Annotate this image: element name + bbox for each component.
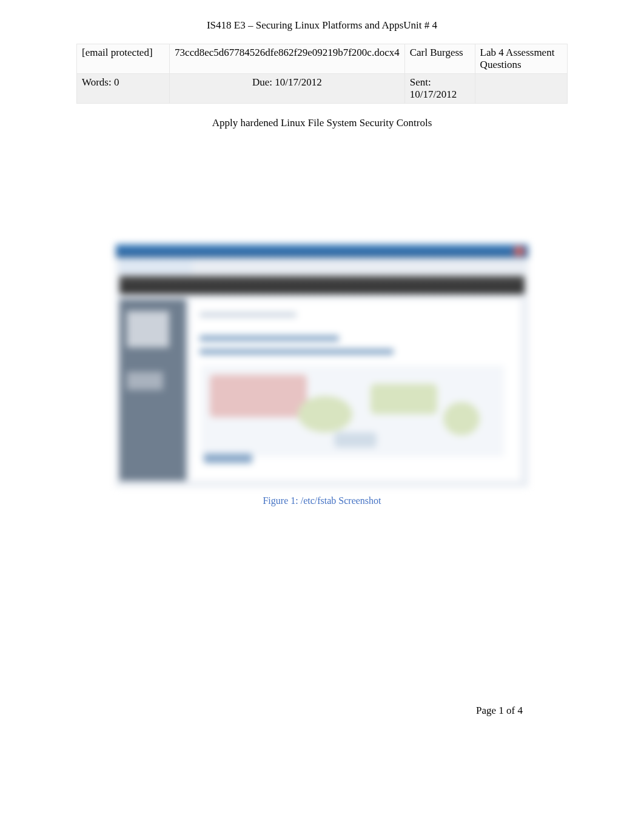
subtitle-text: Apply hardened Linux File System Securit… (212, 117, 432, 129)
words-cell: Words: 0 (77, 74, 170, 104)
sent-cell: Sent: 10/17/2012 (404, 74, 475, 104)
student-cell: Carl Burgess (404, 44, 475, 74)
email-cell: [email protected] (77, 44, 170, 74)
table-row: [email protected] 73ccd8ec5d67784526dfe8… (77, 44, 568, 74)
figure-caption: Figure 1: /etc/fstab Screenshot (116, 495, 528, 506)
doc-title-cell: Lab 4 Assessment Questions (475, 44, 567, 74)
window-titlebar (116, 244, 528, 258)
subtitle: Apply hardened Linux File System Securit… (0, 117, 644, 129)
filename-cell: 73ccd8ec5d67784526dfe862f29e09219b7f200c… (170, 44, 405, 74)
figure: Figure 1: /etc/fstab Screenshot (116, 244, 528, 506)
info-table: [email protected] 73ccd8ec5d67784526dfe8… (76, 44, 568, 104)
page-header: IS418 E3 – Securing Linux Platforms and … (0, 0, 644, 32)
sidebar-item (127, 311, 169, 347)
sidebar-item (127, 372, 163, 390)
close-icon (514, 247, 525, 255)
chart-element (334, 432, 377, 448)
page-footer: Page 1 of 4 (476, 705, 523, 717)
chart-element (204, 454, 252, 463)
chart-element (298, 396, 352, 432)
empty-cell (475, 74, 567, 104)
page-number: Page 1 of 4 (476, 705, 523, 716)
text-line (200, 312, 297, 317)
course-title: IS418 E3 – Securing Linux Platforms and … (207, 19, 437, 31)
text-line (200, 335, 339, 341)
due-cell: Due: 10/17/2012 (170, 74, 405, 104)
text-line (200, 349, 394, 355)
chart-element (443, 402, 480, 435)
screenshot-image (116, 244, 528, 487)
chart-element (210, 375, 307, 417)
browser-tab (119, 259, 192, 275)
table-row: Words: 0 Due: 10/17/2012 Sent: 10/17/201… (77, 74, 568, 104)
chart-element (371, 384, 437, 414)
toolbar (119, 276, 525, 294)
